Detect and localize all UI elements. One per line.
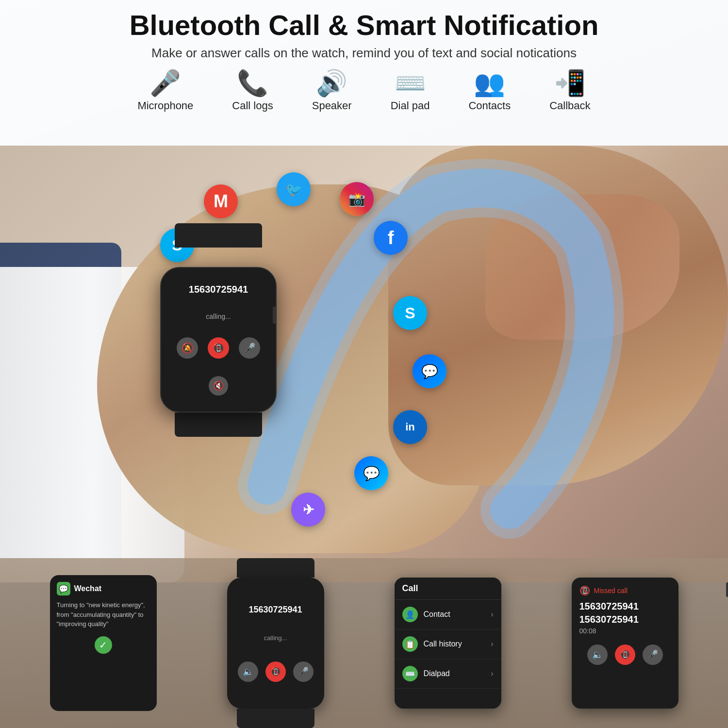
gmail-icon: M xyxy=(204,184,238,218)
watch-body: 15630725941 calling... 🔕 📵 🎤 🔇 xyxy=(160,267,277,413)
watch-volume-button[interactable]: 🔇 xyxy=(209,376,228,396)
calling-watch-card: 15630725941 calling... 🔈 📵 🎤 xyxy=(227,578,324,709)
watch-screen: 15630725941 calling... 🔕 📵 🎤 🔇 xyxy=(161,268,276,412)
calling-number: 15630725941 xyxy=(248,605,302,615)
dialpad-icon: ⌨️ xyxy=(395,70,426,96)
watch-mute-button[interactable]: 🔕 xyxy=(177,337,198,359)
dialpad-menu-icon: ⌨️ xyxy=(402,666,418,681)
contact-menu-icon: 👤 xyxy=(402,607,418,622)
linkedin-icon: in xyxy=(393,410,427,444)
wechat-message-text: Turning to "new kinetic energy", from "a… xyxy=(57,600,150,629)
missed-mic-button[interactable]: 🎤 xyxy=(643,645,663,665)
call-menu-title: Call xyxy=(395,578,501,600)
calling-crown xyxy=(726,582,728,597)
skype-mid-icon: S xyxy=(393,296,427,330)
twitter-icon: 🐦 xyxy=(277,172,311,206)
callback-label: Callback xyxy=(549,99,590,112)
messenger-icon: 💬 xyxy=(413,354,447,388)
messenger2-icon: 💬 xyxy=(354,456,388,490)
missed-call-header: 📵 Missed call xyxy=(579,585,671,596)
call-history-menu-label: Call history xyxy=(424,640,462,648)
wechat-check-area: ✓ xyxy=(57,636,150,654)
feature-microphone: 🎤 Microphone xyxy=(137,70,193,112)
missed-volume-button[interactable]: 🔈 xyxy=(587,645,608,665)
bottom-section: 💬 Wechat Turning to "new kinetic energy"… xyxy=(0,558,728,728)
microphone-icon: 🎤 xyxy=(149,70,181,96)
contacts-label: Contacts xyxy=(468,99,511,112)
middle-section: M 🐦 📸 S f S 💬 in 💬 ✈ 15630725941 calling… xyxy=(0,146,728,582)
main-watch: 15630725941 calling... 🔕 📵 🎤 🔇 xyxy=(150,223,286,408)
contact-menu-label: Contact xyxy=(424,610,450,619)
missed-call-number2: 15630725941 xyxy=(579,614,671,625)
instagram-icon: 📸 xyxy=(340,182,374,216)
end-call-button[interactable]: 📵 xyxy=(265,662,286,682)
dialpad-arrow-icon: › xyxy=(491,669,493,678)
watch-secondary-buttons: 🔇 xyxy=(209,376,228,396)
microphone-label: Microphone xyxy=(137,99,193,112)
call-history-arrow-icon: › xyxy=(491,640,493,648)
watch-call-buttons: 🔕 📵 🎤 xyxy=(177,337,260,359)
call-history-menu-icon: 📋 xyxy=(402,636,418,652)
watch-calling-status: calling... xyxy=(206,313,231,320)
missed-call-time: 00:08 xyxy=(579,627,671,635)
wechat-icon: 💬 xyxy=(57,582,70,596)
features-row: 🎤 Microphone 📞 Call logs 🔊 Speaker ⌨️ Di… xyxy=(0,70,728,112)
watch-phone-number: 15630725941 xyxy=(189,284,248,295)
calling-card-wrapper: 15630725941 calling... 🔈 📵 🎤 xyxy=(227,558,324,728)
contact-menu-item[interactable]: 👤 Contact › xyxy=(395,600,501,629)
wechat-notification-card: 💬 Wechat Turning to "new kinetic energy"… xyxy=(50,575,157,711)
callback-icon: 📲 xyxy=(554,70,586,96)
watch-decline-button[interactable]: 📵 xyxy=(208,337,229,359)
header-section: Bluetooth Call & Smart Notification Make… xyxy=(0,0,728,155)
phone-icon: 📞 xyxy=(237,70,268,96)
feature-callback: 📲 Callback xyxy=(549,70,590,112)
facebook-icon: f xyxy=(374,221,408,255)
missed-call-label: Missed call xyxy=(594,587,628,595)
missed-decline-button[interactable]: 📵 xyxy=(615,645,635,665)
missed-call-buttons: 🔈 📵 🎤 xyxy=(579,645,671,665)
call-menu-card: Call 👤 Contact › 📋 Call history › ⌨️ Dia… xyxy=(395,578,501,709)
dialpad-menu-item[interactable]: ⌨️ Dialpad › xyxy=(395,659,501,689)
mic-button[interactable]: 🎤 xyxy=(293,662,314,682)
missed-call-card: 📵 Missed call 15630725941 15630725941 00… xyxy=(572,578,678,709)
dial-pad-label: Dial pad xyxy=(391,99,430,112)
contacts-icon: 👥 xyxy=(474,70,505,96)
missed-call-phone-icon: 📵 xyxy=(579,585,590,596)
contact-arrow-icon: › xyxy=(491,610,493,619)
call-logs-label: Call logs xyxy=(232,99,273,112)
telegram-icon: ✈ xyxy=(291,493,325,527)
subtitle: Make or answer calls on the watch, remin… xyxy=(151,46,577,61)
speaker-icon: 🔊 xyxy=(316,70,347,96)
watch-band-top xyxy=(175,223,262,248)
feature-call-logs: 📞 Call logs xyxy=(232,70,273,112)
calling-status: calling... xyxy=(264,634,287,642)
wechat-header: 💬 Wechat xyxy=(57,582,150,596)
calling-watch-band-top xyxy=(237,558,314,578)
main-title: Bluetooth Call & Smart Notification xyxy=(130,10,599,41)
watch-band-bottom xyxy=(175,413,262,437)
speaker-label: Speaker xyxy=(312,99,352,112)
calling-buttons: 🔈 📵 🎤 xyxy=(238,662,314,682)
knuckles xyxy=(485,194,679,340)
feature-dial-pad: ⌨️ Dial pad xyxy=(391,70,430,112)
missed-call-number1: 15630725941 xyxy=(579,601,671,612)
watch-mic-button[interactable]: 🎤 xyxy=(239,337,260,359)
dialpad-menu-label: Dialpad xyxy=(424,669,450,678)
wechat-app-name: Wechat xyxy=(74,584,102,593)
calling-watch-band-bottom xyxy=(237,709,314,728)
call-history-menu-item[interactable]: 📋 Call history › xyxy=(395,629,501,659)
feature-contacts: 👥 Contacts xyxy=(468,70,511,112)
crown-button xyxy=(273,307,277,324)
feature-speaker: 🔊 Speaker xyxy=(312,70,352,112)
speaker-button[interactable]: 🔈 xyxy=(238,662,258,682)
wechat-confirm-button[interactable]: ✓ xyxy=(95,636,112,654)
